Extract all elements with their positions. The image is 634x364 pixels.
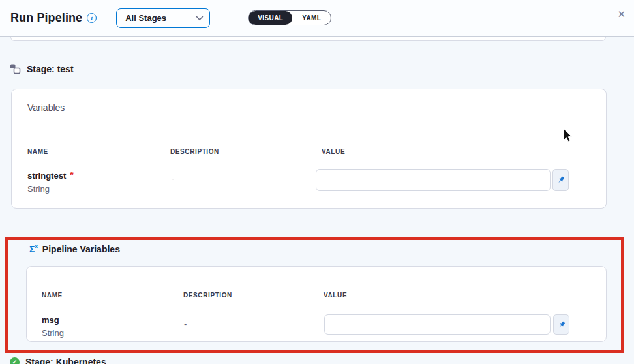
page-title: Run Pipeline	[10, 11, 82, 25]
variable-name: msg	[42, 315, 59, 325]
variable-name: stringtest	[27, 171, 66, 181]
stage-select[interactable]: All Stages	[116, 8, 210, 28]
pipeline-variables-header: Σx Pipeline Variables	[29, 244, 120, 254]
pin-icon	[556, 175, 566, 185]
variable-description: -	[172, 174, 174, 183]
pipeline-variables-title: Pipeline Variables	[42, 244, 120, 254]
scrolled-card-remnant	[10, 37, 606, 41]
tab-visual[interactable]: VISUAL	[249, 11, 292, 25]
column-header-value: VALUE	[322, 148, 345, 155]
close-icon[interactable]: ✕	[617, 9, 626, 19]
modal-header: Run Pipeline i All Stages VISUAL YAML ✕	[0, 0, 634, 37]
column-header-name: NAME	[27, 148, 48, 155]
stage-select-value: All Stages	[125, 13, 166, 23]
stage-kubernetes-header: ✓ Stage: Kubernetes	[10, 357, 106, 364]
view-toggle: VISUAL YAML	[248, 10, 331, 25]
runtime-input-pin-button[interactable]	[553, 314, 569, 335]
table-row: msg String	[42, 314, 64, 338]
variable-description: -	[184, 319, 187, 329]
required-asterisk: *	[70, 170, 73, 180]
stages-icon	[10, 63, 21, 74]
pin-icon	[557, 320, 566, 329]
stage-kubernetes-label: Stage: Kubernetes	[25, 357, 106, 364]
column-header-value: VALUE	[324, 292, 347, 299]
stage-test-header: Stage: test	[10, 63, 74, 74]
variable-type: String	[27, 184, 74, 194]
column-header-description: DESCRIPTION	[183, 292, 232, 299]
column-header-description: DESCRIPTION	[170, 148, 219, 155]
variable-type: String	[42, 328, 64, 338]
value-input[interactable]	[316, 169, 551, 191]
runtime-input-pin-button[interactable]	[552, 169, 569, 191]
value-input[interactable]	[324, 314, 551, 335]
pipeline-variables-card: NAME DESCRIPTION VALUE msg String -	[26, 266, 607, 342]
check-circle-icon: ✓	[10, 357, 20, 364]
variables-card: Variables NAME DESCRIPTION VALUE stringt…	[11, 89, 607, 209]
table-row: stringtest* String	[27, 170, 74, 194]
info-icon[interactable]: i	[87, 13, 97, 23]
column-header-name: NAME	[42, 292, 63, 299]
sigma-variable-icon: Σx	[29, 245, 38, 254]
chevron-down-icon	[196, 16, 204, 21]
run-pipeline-modal: Run Pipeline i All Stages VISUAL YAML ✕ …	[0, 0, 634, 364]
mouse-cursor	[563, 129, 573, 143]
stage-test-label: Stage: test	[27, 64, 74, 74]
tab-yaml[interactable]: YAML	[292, 11, 331, 25]
variables-card-title: Variables	[27, 102, 65, 113]
